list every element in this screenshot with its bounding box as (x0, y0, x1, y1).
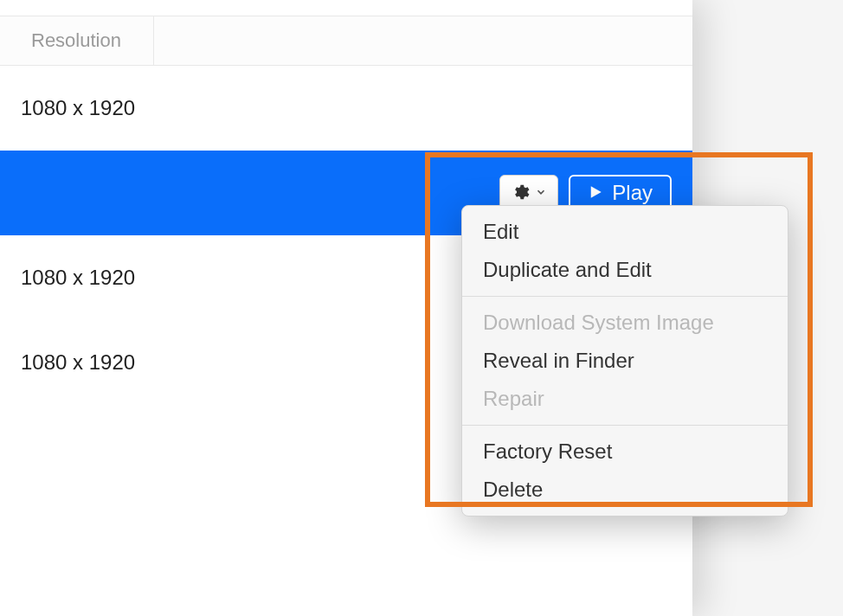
context-menu: Edit Duplicate and Edit Download System … (461, 205, 788, 517)
column-header-resolution[interactable]: Resolution (0, 16, 154, 65)
menu-section: Factory Reset Delete (462, 426, 788, 516)
svg-marker-0 (591, 186, 602, 198)
resolution-value: 1080 x 1920 (21, 96, 135, 120)
resolution-value: 1080 x 1920 (21, 266, 135, 290)
menu-item-repair: Repair (462, 380, 788, 418)
menu-item-delete[interactable]: Delete (462, 471, 788, 509)
menu-item-factory-reset[interactable]: Factory Reset (462, 433, 788, 471)
menu-item-reveal-in-finder[interactable]: Reveal in Finder (462, 342, 788, 380)
menu-item-edit[interactable]: Edit (462, 213, 788, 251)
play-icon (588, 181, 603, 205)
menu-item-download-system-image: Download System Image (462, 304, 788, 342)
menu-section: Edit Duplicate and Edit (462, 206, 788, 297)
resolution-value: 1080 x 1920 (21, 350, 135, 375)
gear-icon (511, 183, 530, 204)
table-header: Resolution (0, 16, 692, 66)
play-button-label: Play (612, 181, 653, 205)
chevron-down-icon (535, 186, 547, 201)
menu-section: Download System Image Reveal in Finder R… (462, 297, 788, 426)
menu-item-duplicate-and-edit[interactable]: Duplicate and Edit (462, 251, 788, 289)
table-row[interactable]: 1080 x 1920 (0, 66, 692, 151)
